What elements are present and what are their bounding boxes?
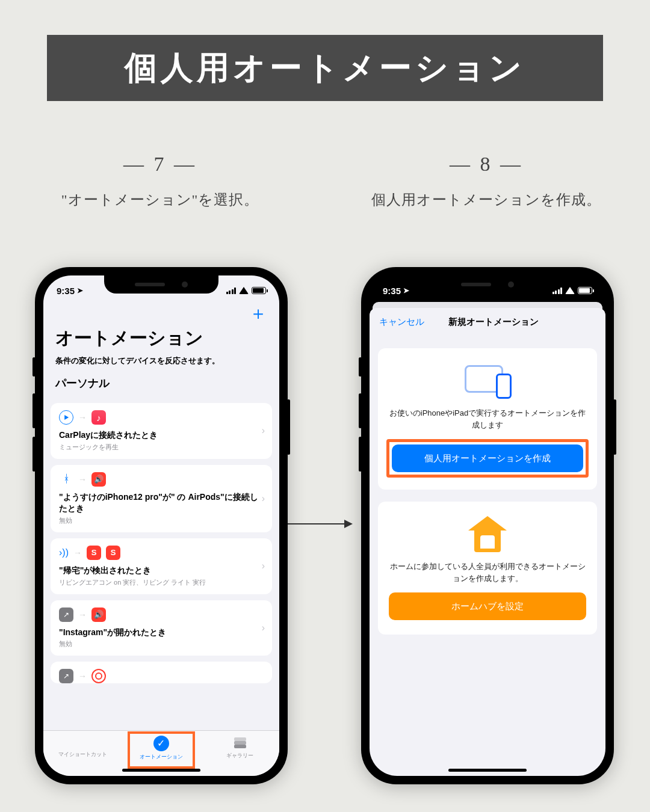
arrow-icon: → — [78, 610, 87, 620]
modal-sheet: キャンセル 新規オートメーション お使いのiPhoneやiPadで実行するオート… — [370, 308, 605, 776]
chevron-right-icon: › — [262, 425, 265, 436]
location-icon: ➤ — [403, 286, 409, 295]
chevron-right-icon: › — [262, 561, 265, 571]
tab-label: マイショートカット — [58, 751, 107, 758]
step-8-label: — 8 — 個人用オートメーションを作成。 — [354, 153, 619, 209]
step-8-caption: 個人用オートメーションを作成。 — [354, 190, 619, 209]
sheet-title: 新規オートメーション — [424, 316, 596, 328]
volume-down — [32, 437, 36, 472]
open-app-icon: ↗ — [59, 607, 73, 622]
battery-icon — [578, 287, 592, 294]
step-7-number: — 7 — — [28, 153, 292, 176]
volume-up — [32, 393, 36, 428]
add-button[interactable]: ＋ — [55, 304, 267, 322]
step-8-number: — 8 — — [354, 153, 619, 176]
volume-down — [359, 437, 362, 472]
arrow-icon — [285, 523, 351, 524]
open-app-icon: ↗ — [59, 669, 73, 683]
devices-icon — [462, 363, 513, 399]
card-title: "Instagram"が開かれたとき — [59, 627, 264, 638]
notch — [430, 275, 545, 294]
mute-switch — [32, 357, 36, 377]
camera-icon — [91, 669, 106, 683]
card-description: お使いのiPhoneやiPadで実行するオートメーションを作成します — [389, 407, 586, 431]
cellular-icon — [226, 288, 237, 294]
screen-subtitle: 条件の変化に対してデバイスを反応させます。 — [55, 355, 267, 366]
mute-switch — [359, 357, 362, 377]
status-time: 9:35 — [57, 286, 75, 296]
card-title: CarPlayに接続されたとき — [59, 429, 264, 441]
tab-shortcuts[interactable]: マイショートカット — [55, 736, 110, 758]
status-time: 9:35 — [383, 286, 401, 296]
sheet-header: キャンセル 新規オートメーション — [370, 308, 605, 336]
setup-home-hub-button[interactable]: ホームハブを設定 — [389, 592, 586, 620]
switchbot-icon: S — [87, 546, 101, 560]
chevron-right-icon: › — [262, 493, 265, 504]
highlight-box — [128, 731, 195, 769]
music-app-icon: ♪ — [91, 410, 106, 425]
battery-icon — [252, 287, 266, 294]
highlight-box: 個人用オートメーションを作成 — [386, 439, 589, 478]
phone-mock-left: 9:35 ➤ ＋ オートメーション 条件の変化に対してデバイスを反応させます。 … — [35, 267, 288, 784]
automation-card[interactable]: → ♪ CarPlayに接続されたとき ミュージックを再生 › — [51, 403, 272, 459]
automation-card[interactable]: ›)) → S S "帰宅"が検出されたとき リビングエアコン on 実行、リビ… — [51, 538, 272, 594]
volume-up — [359, 393, 362, 428]
phone-mock-right: 9:35 ➤ キャンセル 新規オートメーション お使いのiPhoneやiPadで… — [361, 267, 614, 784]
volume-icon: 🔊 — [91, 607, 106, 622]
automation-list[interactable]: → ♪ CarPlayに接続されたとき ミュージックを再生 › ᚼ → 🔊 "よ… — [51, 403, 272, 730]
home-indicator[interactable] — [448, 769, 527, 772]
carplay-icon — [59, 410, 73, 425]
card-subtitle: 無効 — [59, 639, 264, 648]
home-indicator[interactable] — [122, 769, 200, 772]
stack-icon — [233, 736, 247, 750]
automation-card[interactable]: ↗ → — [51, 662, 272, 683]
tab-gallery[interactable]: ギャラリー — [213, 736, 267, 760]
arrow-icon: → — [78, 475, 87, 484]
screen-right: 9:35 ➤ キャンセル 新規オートメーション お使いのiPhoneやiPadで… — [370, 275, 605, 776]
card-subtitle: リビングエアコン on 実行、リビング ライト 実行 — [59, 578, 264, 587]
automation-card[interactable]: ↗ → 🔊 "Instagram"が開かれたとき 無効 › — [51, 600, 272, 656]
cancel-button[interactable]: キャンセル — [379, 316, 424, 328]
create-personal-automation-button[interactable]: 個人用オートメーションを作成 — [392, 444, 583, 472]
card-title: "帰宅"が検出されたとき — [59, 565, 264, 576]
location-icon: ➤ — [77, 286, 83, 295]
card-subtitle: ミュージックを再生 — [59, 443, 264, 452]
arrow-icon: → — [78, 671, 87, 681]
home-icon — [468, 516, 507, 552]
screen-left: 9:35 ➤ ＋ オートメーション 条件の変化に対してデバイスを反応させます。 … — [43, 275, 279, 776]
automation-header: ＋ オートメーション 条件の変化に対してデバイスを反応させます。 パーソナル — [43, 302, 279, 390]
volume-icon: 🔊 — [91, 472, 106, 487]
chevron-right-icon: › — [262, 623, 265, 633]
home-automation-card: ホームに参加している人全員が利用できるオートメーションを作成します。 ホームハブ… — [378, 502, 597, 635]
power-button — [613, 399, 616, 455]
tab-label: ギャラリー — [226, 752, 253, 760]
step-7-caption: "オートメーション"を選択。 — [28, 190, 292, 209]
card-description: ホームに参加している人全員が利用できるオートメーションを作成します。 — [389, 561, 586, 584]
section-personal: パーソナル — [55, 376, 267, 390]
screen-title: オートメーション — [55, 326, 267, 351]
power-button — [287, 399, 290, 455]
arrow-icon: → — [78, 413, 87, 422]
card-title: "ようすけのiPhone12 pro"が" の AirPods"に接続したとき — [59, 491, 264, 514]
cellular-icon — [552, 288, 563, 294]
personal-automation-card: お使いのiPhoneやiPadで実行するオートメーションを作成します 個人用オー… — [378, 348, 597, 490]
notch — [104, 275, 218, 294]
wifi-icon — [239, 287, 249, 294]
wifi-icon — [565, 287, 575, 294]
page-title-banner: 個人用オートメーション — [47, 35, 603, 101]
step-7-label: — 7 — "オートメーション"を選択。 — [28, 153, 292, 209]
nfc-icon: ›)) — [59, 546, 69, 560]
bluetooth-icon: ᚼ — [59, 472, 73, 487]
switchbot-icon: S — [106, 546, 120, 560]
arrow-icon: → — [73, 548, 82, 558]
card-subtitle: 無効 — [59, 516, 264, 525]
automation-card[interactable]: ᚼ → 🔊 "ようすけのiPhone12 pro"が" の AirPods"に接… — [51, 465, 272, 532]
grid-icon — [76, 736, 89, 749]
